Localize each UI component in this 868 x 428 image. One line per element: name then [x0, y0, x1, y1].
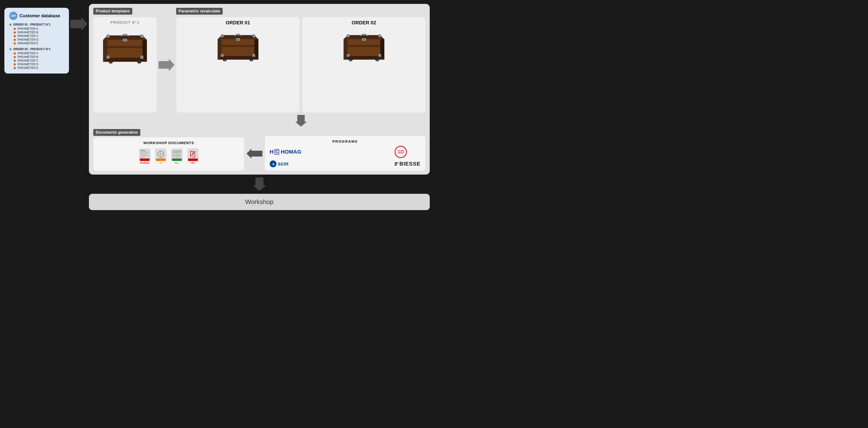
- order-2-params: PARAMETER A PARAMETER B PARAMETER C PARA…: [13, 52, 64, 70]
- workshop-area: Workshop: [89, 194, 430, 210]
- order-2-label: ORDER 02 : PRODUCT N°1: [9, 47, 64, 51]
- list-item: PARAMETER D: [13, 38, 64, 41]
- arrow-to-workshop: [89, 177, 430, 191]
- svg-rect-75: [172, 159, 182, 161]
- order-1-label: ORDER 01 : PRODUCT N°1: [9, 23, 64, 26]
- list-item: PARAMETER B: [13, 31, 64, 34]
- svg-rect-44: [347, 54, 349, 57]
- arrow-docs-to-db: [244, 136, 265, 171]
- arrow-db-to-templates: [69, 17, 89, 31]
- svg-marker-0: [70, 17, 88, 31]
- order-1-params: PARAMETER A PARAMETER B PARAMETER C PARA…: [13, 27, 64, 45]
- arrow-orders-to-bottom: [294, 115, 308, 127]
- svg-rect-27: [221, 54, 224, 57]
- list-item: PARAMETER C: [13, 59, 64, 62]
- svg-point-52: [376, 60, 378, 61]
- list-item: PARAMETER E: [13, 66, 64, 70]
- svg-rect-12: [124, 39, 126, 41]
- svg-rect-31: [221, 45, 254, 47]
- order-1-section: ORDER 01 : PRODUCT N°1 PARAMETER A PARAM…: [9, 23, 64, 45]
- order-02-box-img: [343, 27, 385, 65]
- svg-rect-28: [252, 54, 255, 57]
- svg-rect-60: [140, 157, 145, 157]
- order-2-section: ORDER 02 : PRODUCT N°1 PARAMETER A PARAM…: [9, 47, 64, 70]
- top-flow-area: Product templates Parametric recalculate…: [89, 4, 430, 174]
- order-01-title: ORDER 01: [225, 20, 250, 26]
- svg-rect-61: [140, 159, 150, 161]
- homag-logo: H C HOMAG: [270, 149, 391, 155]
- product-templates-label: Product templates: [93, 8, 132, 14]
- list-item: PARAMETER E: [13, 42, 64, 45]
- programs-section: PROGRAMS H C HOMAG FELDERGROUP: [265, 136, 425, 171]
- erp-icon: ERP: [9, 12, 18, 20]
- list-item: PARAMETER C: [13, 34, 64, 38]
- svg-rect-9: [106, 56, 110, 59]
- doc-icons-row: DRAWING: [138, 148, 199, 164]
- svg-rect-47: [363, 39, 365, 40]
- svg-point-33: [224, 60, 225, 61]
- customer-db-title: Customer database: [20, 13, 60, 19]
- arrow-templates-to-orders: [157, 58, 176, 72]
- felder-logo: FELDERGROUP: [395, 146, 407, 158]
- doc-pdf: PDF: [187, 148, 199, 164]
- order-02-box: ORDER 02: [302, 17, 425, 112]
- workshop-docs-title: WORKSHOP DOCUMENTS: [143, 141, 194, 145]
- customer-db-header: ERP Customer database: [9, 12, 64, 20]
- svg-rect-43: [378, 34, 381, 37]
- product-label: PRODUCT N°1: [111, 21, 140, 24]
- svg-rect-58: [140, 154, 147, 155]
- programs-title: PROGRAMS: [332, 139, 358, 143]
- svg-rect-25: [221, 34, 224, 37]
- list-item: PARAMETER A: [13, 52, 64, 55]
- customer-database-panel: ERP Customer database ORDER 01 : PRODUCT…: [4, 8, 69, 73]
- workshop-label: Workshop: [245, 198, 274, 206]
- biesse-logo: BIESSE: [395, 161, 421, 167]
- product-template-box: PRODUCT N°1: [93, 17, 157, 112]
- doc-drawing: DRAWING: [138, 148, 151, 164]
- svg-rect-48: [347, 45, 380, 47]
- svg-rect-8: [140, 35, 144, 38]
- parametric-recalculate-label: Parametric recalculate: [176, 8, 223, 14]
- doc-xls: XLS: [170, 148, 183, 164]
- svg-rect-42: [347, 34, 349, 37]
- svg-point-35: [250, 60, 252, 61]
- svg-rect-56: [140, 152, 149, 152]
- svg-rect-59: [140, 156, 149, 156]
- product-3d-box: [103, 26, 147, 68]
- order-01-box: ORDER 01: [176, 17, 300, 112]
- svg-point-50: [349, 60, 351, 61]
- scm-logo: ◀ scm: [270, 160, 391, 167]
- order-01-box-img: [217, 27, 259, 65]
- svg-marker-53: [295, 115, 307, 127]
- svg-rect-45: [378, 54, 381, 57]
- svg-rect-13: [107, 46, 143, 48]
- order-02-title: ORDER 02: [351, 20, 376, 26]
- svg-marker-78: [247, 149, 262, 159]
- doc-3d: 3D: [154, 148, 167, 164]
- order-1-dot: [9, 24, 11, 26]
- svg-point-15: [110, 62, 112, 63]
- svg-rect-67: [156, 159, 166, 161]
- svg-marker-79: [253, 177, 266, 191]
- svg-rect-26: [252, 34, 255, 37]
- svg-point-17: [138, 62, 140, 63]
- svg-rect-57: [140, 153, 149, 153]
- docs-box: WORKSHOP DOCUMENTS: [93, 137, 244, 171]
- docs-generation-section: Documents generation WORKSHOP DOCUMENTS: [93, 129, 244, 171]
- list-item: PARAMETER D: [13, 63, 64, 66]
- svg-rect-55: [140, 150, 146, 151]
- svg-rect-10: [140, 56, 144, 59]
- docs-generation-label: Documents generation: [93, 129, 140, 136]
- order-2-dot: [9, 48, 11, 51]
- list-item: PARAMETER A: [13, 27, 64, 30]
- svg-marker-18: [159, 59, 175, 71]
- svg-rect-7: [106, 35, 110, 38]
- main-content-area: Product templates Parametric recalculate…: [89, 4, 430, 210]
- svg-rect-30: [237, 39, 239, 40]
- svg-rect-77: [188, 159, 198, 161]
- list-item: PARAMETER B: [13, 55, 64, 59]
